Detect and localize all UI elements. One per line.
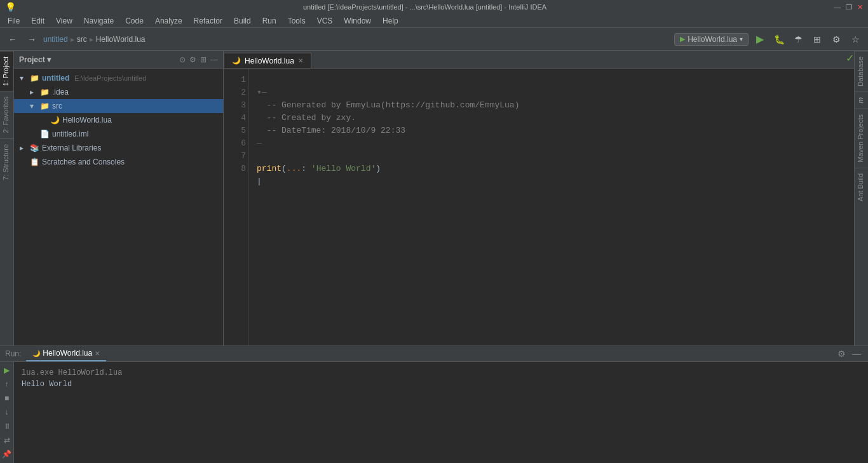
right-tab-maven[interactable]: m (855, 91, 868, 109)
menu-view[interactable]: View (51, 15, 78, 27)
forward-button[interactable]: → (24, 32, 39, 47)
tab-close-hw[interactable]: ✕ (298, 57, 303, 64)
bottom-tabs-bar: Run: 🌙 HelloWorld.lua ✕ ⚙ — (0, 346, 868, 362)
bottom-scroll-down[interactable]: ↓ (1, 406, 13, 418)
right-strip: Database m Maven Projects Ant Build (854, 51, 868, 346)
tree-item-scratches[interactable]: 📋 Scratches and Consoles (14, 155, 223, 169)
run-config-label: HelloWorld.lua (688, 35, 737, 44)
menu-run[interactable]: Run (257, 15, 281, 27)
editor-tab-helloworld[interactable]: 🌙 HelloWorld.lua ✕ (224, 53, 311, 68)
run-button[interactable]: ▶ (752, 32, 768, 47)
line-num-8: 8 (226, 163, 246, 175)
menu-analyze[interactable]: Analyze (150, 15, 187, 27)
bottom-tab-helloworld[interactable]: 🌙 HelloWorld.lua ✕ (26, 346, 106, 361)
debug-button[interactable]: 🐛 (771, 32, 787, 47)
project-header: Project ▾ ⊙ ⚙ ⊞ — (14, 51, 223, 69)
line-numbers: 1 2 3 4 5 6 7 8 (224, 69, 249, 346)
bottom-close-btn[interactable]: — (850, 347, 863, 360)
folder-icon-scratches: 📋 (29, 157, 39, 167)
tree-arrow-idea: ▸ (27, 87, 37, 97)
right-tab-maven-projects[interactable]: Maven Projects (855, 109, 868, 168)
bottom-tab-close-hw[interactable]: ✕ (95, 350, 100, 357)
tree-item-extlibs[interactable]: ▸ 📚 External Libraries (14, 141, 223, 155)
tree-path-root: E:\IdeaProjects\untitled (74, 74, 146, 82)
maximize-button[interactable]: ❐ (846, 3, 852, 11)
menu-code[interactable]: Code (120, 15, 149, 27)
project-panel: Project ▾ ⊙ ⚙ ⊞ — ▾ 📁 untitled E:\IdeaPr… (14, 51, 224, 346)
menu-vcs[interactable]: VCS (312, 15, 338, 27)
project-expand-btn[interactable]: ⊞ (200, 55, 207, 64)
menu-window[interactable]: Window (339, 15, 376, 27)
menu-edit[interactable]: Edit (26, 15, 50, 27)
menu-tools[interactable]: Tools (283, 15, 311, 27)
code-content[interactable]: ▾— -- Generated by EmmyLua(https://githu… (249, 69, 868, 346)
minimize-button[interactable]: — (834, 3, 841, 11)
code-editor[interactable]: 1 2 3 4 5 6 7 8 ▾— -- Generated by EmmyL… (224, 69, 868, 346)
coverage-button[interactable]: ☂ (790, 32, 806, 47)
run-config-icon: ▶ (680, 35, 685, 43)
breadcrumb-project[interactable]: untitled (43, 35, 68, 44)
tree-item-src[interactable]: ▾ 📁 src (14, 99, 223, 113)
bottom-scroll-up[interactable]: ↑ (1, 379, 13, 390)
window-title: untitled [E:\IdeaProjects\untitled] - ..… (16, 3, 834, 11)
tree-label-src: src (52, 102, 62, 111)
line-num-1: 1 (226, 74, 246, 86)
right-tab-ant[interactable]: Ant Build (855, 168, 868, 206)
code-line-7: print(...: 'Hello World') (257, 164, 381, 173)
bottom-run-btn[interactable]: ▶ (1, 365, 13, 376)
tab-icon-hw: 🌙 (232, 57, 241, 65)
bottom-content: ▶ ↑ ■ ↓ ⏸ ⇄ 📌 🖨 🗑 lua.exe HelloWorld.lua… (0, 362, 868, 463)
tree-arrow-root: ▾ (17, 73, 27, 83)
left-tab-project[interactable]: 1: Project (0, 51, 13, 91)
tree-arrow-hw (37, 115, 47, 125)
editor-tabs: 🌙 HelloWorld.lua ✕ (224, 51, 868, 69)
tree-arrow-iml (27, 129, 37, 139)
profile-button[interactable]: ⊞ (810, 32, 825, 47)
bottom-settings-btn[interactable]: ⚙ (835, 347, 848, 360)
bottom-stop-btn[interactable]: ■ (1, 393, 13, 404)
menu-navigate[interactable]: Navigate (79, 15, 119, 27)
menu-bar: File Edit View Navigate Code Analyze Ref… (0, 14, 868, 28)
line-num-6: 6 (226, 137, 246, 150)
left-tab-structure[interactable]: 7: Structure (0, 138, 13, 185)
run-config-dropdown-icon[interactable]: ▾ (740, 36, 743, 43)
project-config-btn[interactable]: ⚙ (189, 55, 196, 64)
breadcrumb: untitled ▸ src ▸ HelloWorld.lua (43, 35, 146, 44)
bookmark-button[interactable]: ☆ (848, 32, 863, 47)
menu-help[interactable]: Help (377, 15, 403, 27)
app-icon: 💡 (5, 2, 16, 12)
bottom-pause-btn[interactable]: ⏸ (1, 420, 13, 432)
menu-file[interactable]: File (3, 15, 25, 27)
bottom-pin-btn[interactable]: 📌 (1, 448, 13, 460)
run-configuration[interactable]: ▶ HelloWorld.lua ▾ (674, 33, 749, 46)
left-vertical-tabs: 1: Project 2: Favorites 7: Structure (0, 51, 14, 346)
close-button[interactable]: ✕ (857, 3, 863, 11)
menu-refactor[interactable]: Refactor (189, 15, 227, 27)
tree-label-idea: .idea (52, 88, 69, 97)
tree-item-root[interactable]: ▾ 📁 untitled E:\IdeaProjects\untitled (14, 71, 223, 85)
tree-item-idea[interactable]: ▸ 📁 .idea (14, 85, 223, 99)
folder-icon-src: 📁 (39, 101, 50, 111)
breadcrumb-file[interactable]: HelloWorld.lua (96, 35, 146, 44)
project-close-btn[interactable]: — (210, 55, 218, 64)
output-line-1: lua.exe HelloWorld.lua (22, 367, 860, 379)
folder-icon-root: 📁 (29, 73, 39, 83)
project-sync-btn[interactable]: ⊙ (179, 55, 186, 64)
toolbar: ← → untitled ▸ src ▸ HelloWorld.lua ▶ He… (0, 28, 868, 51)
breadcrumb-sep2: ▸ (90, 35, 93, 44)
back-button[interactable]: ← (5, 32, 20, 47)
bottom-output: lua.exe HelloWorld.lua Hello World (14, 362, 868, 463)
line-num-4: 4 (226, 112, 246, 124)
tree-item-helloworld[interactable]: 🌙 HelloWorld.lua (14, 113, 223, 127)
code-line-3: -- Created by zxy. (257, 113, 356, 123)
menu-build[interactable]: Build (229, 15, 256, 27)
tree-item-iml[interactable]: 📄 untitled.iml (14, 127, 223, 141)
right-tab-database[interactable]: Database (855, 51, 868, 91)
tree-label-root: untitled (42, 74, 69, 83)
line-num-7: 7 (226, 150, 246, 163)
settings-button[interactable]: ⚙ (829, 32, 844, 47)
breadcrumb-src[interactable]: src (77, 35, 87, 44)
code-fold-end: — (257, 138, 262, 148)
left-tab-favorites[interactable]: 2: Favorites (0, 91, 13, 138)
bottom-wrap-btn[interactable]: ⇄ (1, 434, 13, 446)
